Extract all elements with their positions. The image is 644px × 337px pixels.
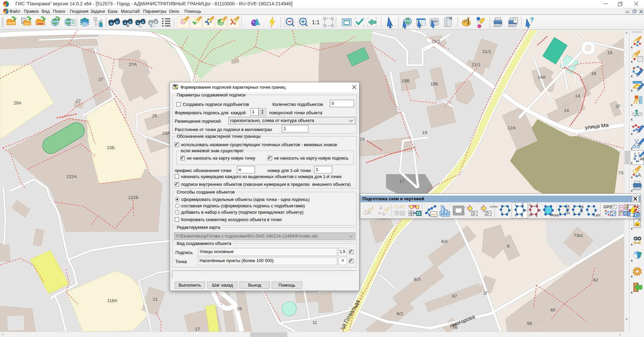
svg-text:67: 67: [452, 294, 457, 299]
svg-text:23А: 23А: [162, 131, 170, 136]
svg-text:18: 18: [607, 50, 612, 55]
svg-text:4: 4: [535, 214, 537, 218]
svg-text:1:1: 1:1: [312, 19, 320, 26]
svg-text:OPEN: OPEN: [490, 205, 498, 208]
svg-text:4: 4: [521, 214, 523, 218]
svg-text:73: 73: [618, 170, 623, 175]
svg-text:27А: 27А: [129, 62, 137, 67]
svg-text:3: 3: [524, 209, 526, 212]
svg-text:122Б: 122Б: [128, 195, 139, 200]
svg-text:1: 1: [529, 203, 530, 206]
svg-text:14: 14: [575, 93, 580, 98]
svg-text:B: B: [581, 205, 584, 209]
svg-text:5: 5: [529, 214, 530, 217]
svg-text:25: 25: [152, 113, 157, 118]
svg-text:2Г: 2Г: [616, 104, 621, 109]
svg-text:62: 62: [593, 278, 598, 283]
svg-text:12А: 12А: [508, 125, 516, 130]
svg-text:GPS: GPS: [603, 205, 612, 209]
svg-text:29А: 29А: [13, 100, 22, 106]
svg-text:58: 58: [527, 321, 532, 326]
svg-text:19: 19: [422, 130, 427, 135]
svg-text:?: ?: [638, 251, 642, 258]
svg-text:A: A: [379, 205, 383, 211]
svg-text:60: 60: [550, 307, 555, 312]
svg-text:5: 5: [514, 214, 516, 217]
svg-text:27: 27: [98, 77, 103, 82]
svg-text:21: 21: [153, 297, 158, 302]
svg-text:EMF: EMF: [634, 213, 640, 217]
svg-text:6: 6: [507, 244, 510, 249]
svg-text:122А: 122А: [66, 174, 77, 179]
svg-text:16: 16: [237, 306, 242, 311]
svg-text:17: 17: [195, 327, 200, 332]
svg-text:Area: Area: [551, 213, 559, 217]
svg-text:a: a: [126, 23, 129, 28]
svg-text:A: A: [367, 210, 371, 215]
svg-text:2: 2: [522, 203, 523, 206]
svg-text:...: ...: [139, 23, 142, 28]
svg-text:2Г: 2Г: [483, 291, 489, 296]
svg-text:A: A: [638, 172, 641, 178]
svg-text:16: 16: [591, 71, 596, 76]
svg-text:14: 14: [564, 108, 569, 113]
svg-text:1: 1: [638, 152, 640, 156]
svg-text:EMF: EMF: [623, 212, 630, 215]
svg-text:19Б: 19Б: [430, 81, 438, 86]
svg-text:2: 2: [536, 203, 538, 206]
svg-text:73к1: 73к1: [574, 233, 583, 238]
svg-text:H: H: [567, 211, 570, 215]
svg-text:11: 11: [312, 320, 317, 325]
svg-text:Len: Len: [594, 213, 600, 217]
svg-text:23Б: 23Б: [107, 145, 115, 150]
svg-text:?: ?: [530, 16, 534, 24]
svg-text:6/4: 6/4: [441, 239, 448, 244]
svg-text:17: 17: [399, 179, 404, 184]
svg-text:21/2: 21/2: [431, 39, 440, 44]
svg-text:3: 3: [539, 209, 541, 212]
svg-text:a: a: [449, 15, 452, 20]
svg-text:14А: 14А: [538, 75, 546, 80]
svg-text:6/3: 6/3: [414, 277, 421, 282]
svg-text:4: 4: [637, 159, 639, 163]
svg-text:19В: 19В: [401, 78, 410, 83]
svg-text:1: 1: [514, 203, 516, 206]
svg-text:27: 27: [76, 98, 81, 103]
svg-text:21/1: 21/1: [482, 49, 491, 54]
svg-text:L: L: [581, 209, 583, 213]
svg-text:19: 19: [359, 137, 364, 142]
svg-text:6/2: 6/2: [397, 311, 403, 316]
svg-text:21/1: 21/1: [472, 62, 480, 67]
svg-text:118А: 118А: [107, 298, 118, 303]
svg-text:ABC: ABC: [640, 157, 644, 161]
svg-text:DBM: DBM: [37, 22, 44, 25]
